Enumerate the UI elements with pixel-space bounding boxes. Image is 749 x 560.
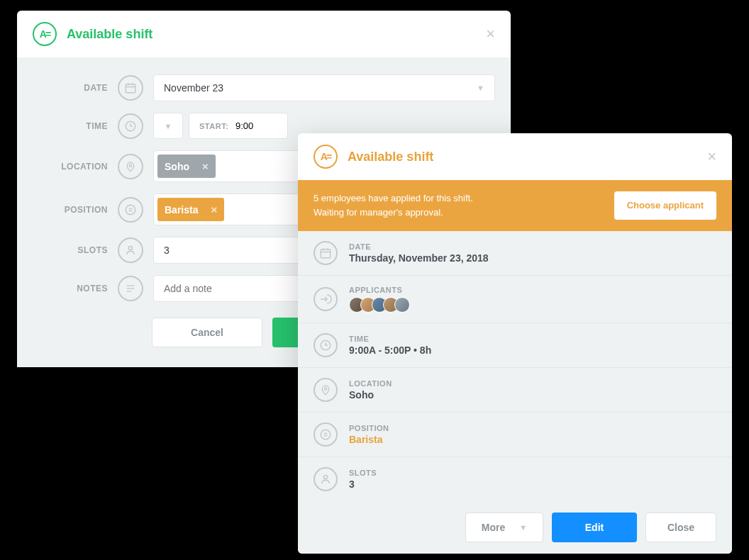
more-label: More [482, 522, 505, 533]
position-value: Barista [349, 434, 389, 445]
banner-line1: 5 employees have applied for this shift. [314, 191, 473, 206]
notes-label: NOTES [33, 284, 108, 293]
svg-rect-13 [321, 249, 331, 257]
close-button[interactable]: Close [645, 513, 716, 542]
choose-applicant-button[interactable]: Choose applicant [614, 191, 716, 220]
applicants-label: APPLICANTS [349, 286, 410, 294]
modal-title: Available shift [67, 27, 152, 42]
modal-header: A= Available shift × [298, 133, 732, 180]
slots-label: SLOTS [349, 469, 377, 477]
close-icon[interactable]: × [486, 25, 495, 43]
svg-point-6 [126, 205, 135, 215]
svg-point-22 [323, 475, 327, 478]
shift-details-modal: A= Available shift × 5 employees have ap… [298, 133, 732, 554]
chip-text: Barista [165, 204, 198, 215]
start-value: 9:00 [235, 121, 253, 131]
position-icon [118, 197, 143, 223]
avatar [394, 297, 410, 313]
date-select[interactable]: November 23 ▼ [153, 74, 495, 101]
chevron-down-icon: ▼ [165, 122, 172, 130]
time-value: 9:00A - 5:00P • 8h [349, 345, 431, 356]
clock-icon [118, 113, 143, 139]
date-value: November 23 [164, 82, 223, 94]
time-label: TIME [33, 121, 108, 131]
calendar-icon [118, 75, 143, 101]
slots-label: SLOTS [33, 245, 108, 255]
clock-icon [314, 333, 338, 357]
svg-point-5 [129, 164, 131, 167]
applicant-avatars [349, 297, 410, 313]
slots-value: 3 [349, 478, 377, 490]
remove-chip-icon[interactable]: × [211, 203, 217, 215]
date-label: DATE [33, 83, 108, 93]
chip-text: Soho [165, 161, 189, 172]
date-value: Thursday, November 23, 2018 [349, 252, 489, 264]
modal-title: Available shift [348, 150, 433, 164]
time-label: TIME [349, 335, 431, 343]
notes-icon [118, 276, 143, 301]
edit-button[interactable]: Edit [552, 513, 637, 542]
close-icon[interactable]: × [707, 147, 716, 166]
position-chip: Barista × [157, 198, 224, 221]
slots-value: 3 [164, 245, 170, 256]
modal-body: DATE Thursday, November 23, 2018 APPLICA… [298, 231, 732, 501]
more-button[interactable]: More ▼ [465, 513, 543, 542]
start-time-input[interactable]: START: 9:00 [189, 113, 288, 139]
pin-icon [314, 378, 338, 402]
position-label: POSITION [33, 205, 108, 215]
svg-point-9 [128, 246, 132, 250]
arrow-in-icon [314, 287, 338, 311]
modal-footer: More ▼ Edit Close [298, 501, 732, 554]
cancel-button[interactable]: Cancel [152, 318, 262, 347]
location-value: Soho [349, 389, 392, 401]
chevron-down-icon: ▼ [477, 84, 484, 92]
app-logo-icon: A= [33, 22, 57, 46]
svg-point-19 [321, 430, 331, 439]
banner-text: 5 employees have applied for this shift.… [314, 191, 473, 219]
position-label: POSITION [349, 424, 389, 432]
start-label: START: [199, 122, 228, 130]
calendar-icon [314, 241, 338, 265]
people-icon [314, 467, 338, 491]
people-icon [118, 237, 143, 263]
location-label: LOCATION [33, 162, 108, 172]
location-label: LOCATION [349, 379, 392, 388]
chevron-down-icon: ▼ [519, 523, 527, 532]
pin-icon [118, 154, 143, 179]
location-chip: Soho × [157, 155, 216, 178]
position-icon [314, 422, 338, 447]
date-label: DATE [349, 242, 489, 251]
banner-line2: Waiting for manager's approval. [314, 206, 473, 220]
svg-point-18 [324, 388, 326, 390]
modal-header: A= Available shift × [17, 11, 511, 57]
app-logo-icon: A= [314, 145, 338, 169]
svg-rect-0 [126, 84, 135, 93]
time-format-select[interactable]: ▼ [153, 113, 183, 139]
applicants-banner: 5 employees have applied for this shift.… [298, 180, 732, 231]
remove-chip-icon[interactable]: × [202, 160, 209, 172]
